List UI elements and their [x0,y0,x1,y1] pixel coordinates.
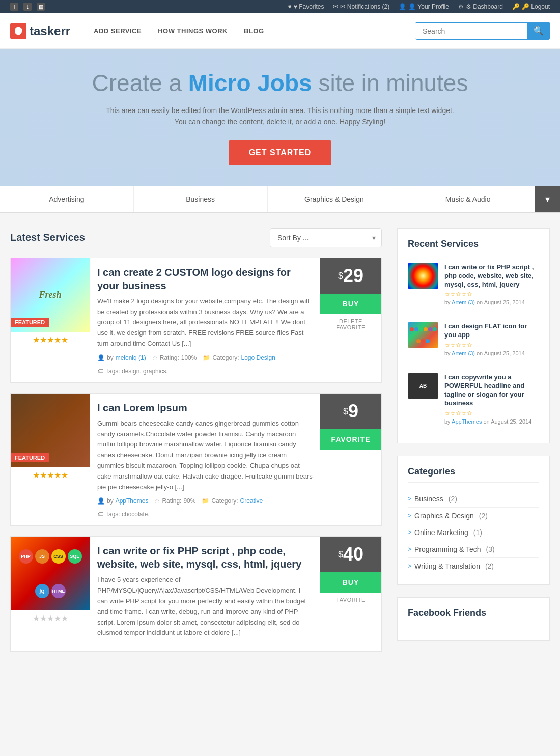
recent-info: I can copywrite you a POWERFUL headline … [444,373,539,425]
star-small-icon: ☆ [154,497,160,505]
category-advertising[interactable]: Advertising [0,186,134,212]
service-category: 📁 Category: Logo Design [203,354,275,361]
category-link[interactable]: Creative [240,497,263,505]
add-service-nav[interactable]: ADD SERVICE [86,13,150,49]
get-started-button[interactable]: GET STARTED [229,140,332,165]
recent-thumbnail: AB [408,373,438,399]
categories-list: Business (2) Graphics & Design (2) Onlin… [408,491,539,574]
category-business[interactable]: Business [134,186,268,212]
star-icon: ★ [61,335,68,344]
search-input[interactable] [415,23,527,39]
hero-section: Create a Micro Jobs site in minutes This… [0,49,560,186]
service-title[interactable]: I can create 2 CUSTOM logo designs for y… [97,266,313,292]
star-empty-icon: ★ [47,614,54,623]
favorites-link[interactable]: ♥ ♥ Favorites [288,3,324,10]
facebook-friends-title: Facebook Friends [408,608,539,624]
featured-badge: FEATURED [11,318,49,327]
service-body: I can write or fix PHP script , php code… [90,537,320,651]
author-link[interactable]: AppThemes [116,497,149,505]
recent-author-link[interactable]: Artem (3) [452,299,475,305]
latest-services-title: Latest Services [10,232,85,243]
twitter-icon[interactable]: t [23,3,32,11]
star-icon: ★ [33,335,40,344]
category-link[interactable]: Logo Design [241,354,275,361]
service-title[interactable]: I can write or fix PHP script , php code… [97,544,313,571]
star-empty-icon: ★ [54,614,61,623]
service-title[interactable]: I can Lorem Ipsum [97,401,313,414]
recent-stars: ☆☆☆☆☆ [444,410,539,417]
dashboard-link[interactable]: ⚙ ⚙ Dashboard [458,3,503,10]
author-link[interactable]: meloniq (1) [116,354,146,361]
service-image: Fresh FEATURED [11,258,90,332]
search-button[interactable]: 🔍 [527,22,550,40]
recent-item-title[interactable]: I can design FLAT icon for you app [444,322,539,340]
favorite-button[interactable]: FAVORITE [320,429,381,450]
recent-info: I can write or fix PHP script , php code… [444,263,539,306]
star-icon: ★ [61,471,68,480]
buy-button[interactable]: BUY [320,294,381,314]
sort-select[interactable]: Sort By ...Price: Low to HighPrice: High… [270,228,382,247]
service-author: 👤 by meloniq (1) [97,354,146,361]
category-business-link[interactable]: Business (2) [408,495,539,503]
service-author: 👤 by AppThemes [97,497,148,505]
category-graphics-design[interactable]: Graphics & Design [268,186,402,212]
rss-icon[interactable]: ▤ [37,3,45,11]
notifications-link[interactable]: ✉ ✉ Notifications (2) [333,3,389,10]
recent-author-link[interactable]: AppThemes [452,418,482,425]
recent-item: AB I can copywrite you a POWERFUL headli… [408,373,539,433]
service-description: I have 5 years experience of PHP/MYSQL/j… [97,575,313,638]
recent-item-title[interactable]: I can write or fix PHP script , php code… [444,263,539,289]
recent-stars: ☆☆☆☆☆ [444,291,539,298]
chevron-down-icon: ▾ [545,193,550,205]
delete-favorite-button[interactable]: DELETE FAVORITE [320,314,381,334]
star-icon: ★ [40,471,47,480]
service-body: I can Lorem Ipsum Gummi bears cheesecake… [90,394,320,526]
search-icon: 🔍 [534,26,544,35]
how-things-work-nav[interactable]: HOW THINGS WORK [150,13,236,49]
category-writing-link[interactable]: Writing & Translation (2) [408,562,539,570]
category-programming-link[interactable]: Programming & Tech (3) [408,545,539,553]
recent-item-title[interactable]: I can copywrite you a POWERFUL headline … [444,373,539,408]
facebook-icon[interactable]: f [10,3,18,11]
star-empty-icon: ★ [61,614,68,623]
category-bar: Advertising Business Graphics & Design M… [0,186,560,213]
tag-icon: 🏷 [97,511,103,518]
recent-stars: ☆☆☆☆☆ [444,342,539,349]
main-content: Latest Services Sort By ...Price: Low to… [10,228,382,662]
category-online-marketing-link[interactable]: Online Marketing (1) [408,528,539,537]
recent-meta: by AppThemes on August 25, 2014 [444,418,539,425]
recent-services-section: Recent Services I can write or fix PHP s… [397,228,550,443]
favorite-button[interactable]: FAVORITE [320,593,381,607]
star-icon: ★ [54,335,61,344]
list-item: Business (2) [408,491,539,508]
category-graphics-link[interactable]: Graphics & Design (2) [408,512,539,520]
recent-author-link[interactable]: Artem (3) [452,350,475,356]
category-more-button[interactable]: ▾ [535,186,560,212]
blog-nav[interactable]: BLOG [236,13,272,49]
heart-icon: ♥ [288,3,292,10]
logo[interactable]: taskerr [10,23,70,39]
recent-info: I can design FLAT icon for you app ☆☆☆☆☆… [444,322,539,356]
star-empty-icon: ★ [33,614,40,623]
sidebar: Recent Services I can write or fix PHP s… [397,228,550,662]
profile-link[interactable]: 👤 👤 Your Profile [399,3,449,10]
recent-services-title: Recent Services [408,239,539,255]
service-card: FEATURED ★★★★★ I can Lorem Ipsum Gummi b… [10,393,382,526]
star-empty-icon: ★ [40,614,47,623]
service-description: We'll make 2 logo designs for your websi… [97,296,313,349]
service-body: I can create 2 CUSTOM logo designs for y… [90,258,320,382]
service-tags: 🏷 Tags: design, graphics, [97,368,168,375]
service-rating: ☆ Rating: 100% [152,354,197,361]
service-tags: 🏷 Tags: chocolate, [97,511,150,518]
price-display: $40 [320,537,381,572]
header: taskerr ADD SERVICE HOW THINGS WORK BLOG… [0,13,560,49]
main-wrapper: Latest Services Sort By ...Price: Low to… [0,213,560,677]
logout-link[interactable]: 🔑 🔑 Logout [512,3,550,10]
category-music-audio[interactable]: Music & Audio [401,186,535,212]
key-icon: 🔑 [512,3,520,10]
service-category: 📁 Category: Creative [202,497,263,505]
recent-thumbnail [408,263,438,289]
recent-item: I can write or fix PHP script , php code… [408,263,539,315]
buy-button[interactable]: BUY [320,572,381,593]
service-description: Gummi bears cheesecake candy canes ginge… [97,418,313,493]
